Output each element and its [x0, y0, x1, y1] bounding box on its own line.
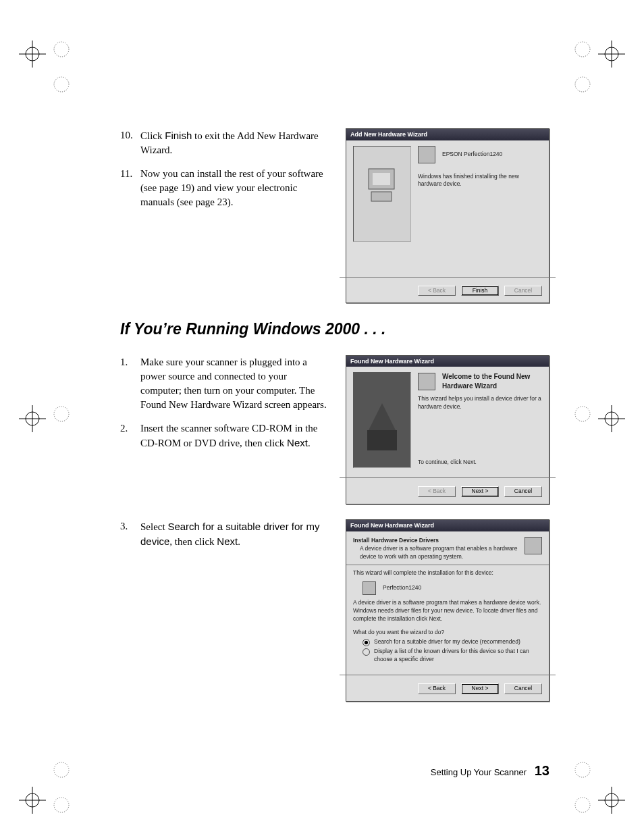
svg-point-18: [54, 42, 69, 57]
svg-marker-32: [369, 403, 396, 430]
step-list-a: 10. Click Finish to exit the Add New Har…: [120, 128, 329, 209]
list-item: 10. Click Finish to exit the Add New Har…: [120, 128, 329, 157]
section-name: Setting Up Your Scanner: [431, 767, 527, 777]
dialog-subheading: A device driver is a software program th…: [360, 545, 518, 561]
cancel-button[interactable]: Cancel: [504, 683, 542, 694]
wizard-graphic-icon: [353, 146, 411, 242]
next-button[interactable]: Next >: [461, 486, 499, 497]
registration-mark-icon: [19, 787, 46, 814]
device-name: Perfection1240: [383, 584, 421, 592]
section-heading: If You’re Running Windows 2000 . . .: [120, 318, 549, 340]
dialog-message: This wizard helps you install a device d…: [418, 395, 542, 411]
step-text: Insert the scanner software CD-ROM in th…: [140, 421, 329, 450]
dialog-line: This wizard will complete the installati…: [353, 569, 542, 577]
step-number: 1.: [120, 355, 140, 412]
step-number: 2.: [120, 421, 140, 450]
screenshot-install-hardware-device-drivers: Found New Hardware Wizard Install Hardwa…: [346, 519, 549, 701]
svg-rect-31: [367, 430, 397, 450]
registration-mark-icon: [598, 41, 625, 68]
crop-mark-icon: [53, 405, 70, 423]
dialog-continue-text: To continue, click Next.: [418, 459, 542, 467]
back-button[interactable]: < Back: [418, 683, 456, 694]
dialog-heading: Install Hardware Device Drivers: [353, 537, 518, 545]
step-text: Now you can install the rest of your sof…: [140, 167, 329, 209]
crop-mark-icon: [574, 761, 591, 779]
svg-rect-30: [371, 192, 392, 201]
wizard-graphic-icon: [353, 372, 411, 468]
list-item: 2. Insert the scanner software CD-ROM in…: [120, 421, 329, 450]
list-item: 11. Now you can install the rest of your…: [120, 167, 329, 209]
crop-mark-icon: [574, 76, 591, 93]
registration-mark-icon: [19, 405, 46, 432]
svg-point-22: [54, 407, 69, 421]
step-text: Select Search for a suitable driver for …: [140, 519, 329, 549]
svg-point-19: [575, 42, 590, 57]
dialog-prompt: What do you want the wizard to do?: [353, 629, 542, 637]
svg-point-20: [54, 77, 69, 92]
radio-option-search[interactable]: Search for a suitable driver for my devi…: [363, 638, 542, 646]
screenshot-add-new-hardware-wizard: Add New Hardware Wizard EPSON Perfection…: [346, 128, 549, 303]
registration-mark-icon: [598, 405, 625, 432]
svg-point-25: [575, 798, 590, 812]
registration-mark-icon: [19, 41, 46, 68]
list-item: 1. Make sure your scanner is plugged int…: [120, 355, 329, 412]
radio-selected-icon: [363, 639, 370, 646]
device-icon: [418, 146, 435, 163]
page-number: 13: [535, 763, 549, 778]
finish-button[interactable]: Finish: [461, 286, 499, 296]
back-button[interactable]: < Back: [418, 286, 456, 296]
svg-point-24: [54, 798, 69, 812]
unknown-device-icon: [363, 581, 376, 595]
crop-mark-icon: [574, 405, 591, 423]
svg-point-27: [575, 762, 590, 777]
crop-mark-icon: [53, 76, 70, 93]
crop-mark-icon: [53, 796, 70, 814]
wizard-icon: [418, 373, 435, 390]
dialog-title: Found New Hardware Wizard: [346, 520, 549, 531]
svg-point-23: [575, 407, 590, 421]
screenshot-found-new-hardware-wizard-welcome: Found New Hardware Wizard Welcome to the…: [346, 355, 549, 504]
dialog-title: Add New Hardware Wizard: [346, 129, 549, 140]
document-page: 10. Click Finish to exit the Add New Har…: [0, 0, 644, 834]
svg-point-26: [54, 762, 69, 777]
crop-mark-icon: [53, 41, 70, 58]
crop-mark-icon: [574, 796, 591, 814]
dialog-message: Windows has finished installing the new …: [418, 173, 542, 189]
wizard-icon: [525, 537, 542, 554]
step-list-c: 3. Select Search for a suitable driver f…: [120, 519, 329, 549]
step-text: Make sure your scanner is plugged into a…: [140, 355, 329, 412]
registration-mark-icon: [598, 787, 625, 814]
crop-mark-icon: [53, 761, 70, 779]
step-text: Click Finish to exit the Add New Hardwar…: [140, 128, 329, 157]
crop-mark-icon: [574, 41, 591, 58]
page-footer: Setting Up Your Scanner 13: [431, 761, 549, 780]
dialog-line: A device driver is a software program th…: [353, 599, 542, 623]
step-number: 10.: [120, 128, 140, 157]
device-name: EPSON Perfection1240: [442, 151, 502, 159]
radio-unselected-icon: [363, 648, 370, 656]
next-button[interactable]: Next >: [461, 683, 499, 694]
list-item: 3. Select Search for a suitable driver f…: [120, 519, 329, 549]
cancel-button[interactable]: Cancel: [504, 486, 542, 497]
svg-rect-29: [373, 173, 390, 185]
step-number: 11.: [120, 167, 140, 209]
dialog-title: Found New Hardware Wizard: [346, 356, 549, 367]
cancel-button[interactable]: Cancel: [504, 286, 542, 296]
svg-point-21: [575, 77, 590, 92]
radio-option-display-list[interactable]: Display a list of the known drivers for …: [363, 648, 542, 664]
step-list-b: 1. Make sure your scanner is plugged int…: [120, 355, 329, 450]
back-button[interactable]: < Back: [418, 486, 456, 497]
dialog-heading: Welcome to the Found New Hardware Wizard: [442, 372, 542, 391]
step-number: 3.: [120, 519, 140, 549]
